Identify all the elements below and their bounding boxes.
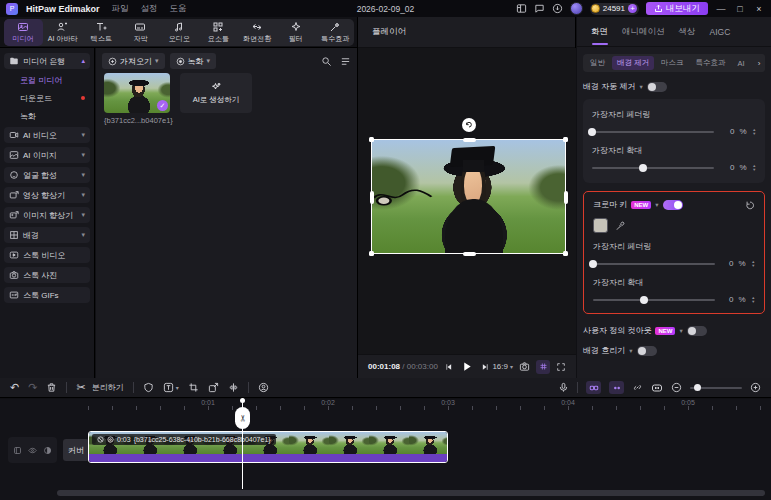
media-thumbnail[interactable]: ✓: [104, 73, 170, 113]
chroma-expand-slider[interactable]: [593, 299, 715, 301]
delete-icon[interactable]: [46, 382, 57, 393]
sidebar-stock-gifs[interactable]: 스톡 GIFs: [4, 287, 90, 303]
chroma-key-toggle[interactable]: [663, 200, 683, 210]
sidebar-video-enhancer[interactable]: 영상 향상기▾: [4, 187, 90, 203]
stepper[interactable]: ▲▼: [752, 164, 756, 172]
chevron-right-icon[interactable]: ›: [753, 54, 765, 72]
tab-audio[interactable]: 오디오: [160, 19, 199, 46]
playhead-split-handle[interactable]: ✂: [235, 407, 250, 429]
snap-toggle-icon[interactable]: [586, 381, 601, 394]
sidebar-background[interactable]: 배경▾: [4, 227, 90, 243]
list-view-icon[interactable]: [340, 56, 351, 67]
keyframe-toggle-icon[interactable]: [609, 381, 624, 394]
crop-icon[interactable]: [188, 382, 199, 393]
sidebar-image-enhancer[interactable]: 이미지 향상기▾: [4, 207, 90, 223]
subtab-general[interactable]: 일반: [585, 56, 610, 70]
timeline-clip[interactable]: 0:03 {b371cc25-638c-410b-b21b-668c8b0407…: [88, 431, 448, 463]
rotate-handle[interactable]: [462, 118, 476, 132]
edge-feather-slider[interactable]: [592, 131, 714, 133]
sidebar-record[interactable]: 녹화: [4, 109, 90, 123]
tab-aigc[interactable]: AIGC: [710, 27, 731, 37]
split-label[interactable]: 분리하기: [92, 382, 124, 393]
grid-overlay-icon[interactable]: [536, 360, 550, 374]
record-button[interactable]: 녹화 ▾: [170, 53, 217, 69]
import-button[interactable]: 가져오기 ▾: [102, 53, 165, 69]
text-tool-icon[interactable]: [163, 382, 174, 393]
tab-transitions[interactable]: 화면전환: [237, 19, 276, 46]
close-button[interactable]: ×: [753, 4, 765, 14]
playhead[interactable]: ✂: [242, 399, 243, 489]
eyedropper-icon[interactable]: [615, 221, 625, 231]
subtab-ai[interactable]: AI: [733, 57, 750, 70]
layout-icon[interactable]: [516, 3, 527, 14]
timeline-zoom-slider[interactable]: [690, 387, 742, 389]
tab-subtitles[interactable]: 자막: [121, 19, 160, 46]
track-visibility-icon[interactable]: [28, 446, 37, 455]
subtab-effects[interactable]: 특수효과: [691, 56, 731, 70]
scissors-icon[interactable]: ✂: [76, 381, 85, 394]
tab-animation[interactable]: 애니메이션: [622, 26, 665, 38]
undo-icon[interactable]: ↶: [10, 381, 19, 394]
tab-ai-avatar[interactable]: AI 아바타: [43, 19, 82, 46]
user-avatar[interactable]: [570, 2, 583, 15]
sidebar-face-swap[interactable]: 얼굴 합성▾: [4, 167, 90, 183]
stepper[interactable]: ▲▼: [751, 260, 755, 268]
stepper[interactable]: ▲▼: [751, 296, 755, 304]
auto-bg-remove-toggle[interactable]: [647, 82, 667, 92]
coin-balance[interactable]: 24591 +: [590, 3, 639, 15]
bg-blur-toggle[interactable]: [637, 346, 657, 356]
sidebar-media-bank[interactable]: 미디어 은행 ▴: [4, 53, 90, 69]
tab-color[interactable]: 색상: [679, 26, 696, 38]
zoom-out-icon[interactable]: [671, 382, 682, 393]
fullscreen-icon[interactable]: [556, 362, 566, 372]
flip-icon[interactable]: [228, 382, 239, 393]
edge-expand-slider[interactable]: [592, 167, 714, 169]
tab-screen[interactable]: 화면: [591, 26, 608, 38]
timeline-ruler[interactable]: 0:01 0:02 0:03 0:04 0:05: [88, 399, 771, 410]
next-frame-icon[interactable]: [482, 363, 490, 371]
custom-cutout-toggle[interactable]: [687, 326, 707, 336]
tab-text[interactable]: 텍스트: [82, 19, 121, 46]
timeline[interactable]: 0:01 0:02 0:03 0:04 0:05 커버 0:03 {b371cc: [0, 399, 771, 500]
subtab-mask[interactable]: 마스크: [656, 56, 689, 70]
add-coins-icon[interactable]: +: [628, 4, 637, 13]
stepper[interactable]: ▲▼: [752, 128, 756, 136]
sidebar-ai-video[interactable]: AI 비디오▾: [4, 127, 90, 143]
horizontal-scrollbar[interactable]: [57, 490, 765, 496]
tab-effects[interactable]: 특수효과: [315, 19, 354, 46]
sidebar-stock-photo[interactable]: 스톡 사진: [4, 267, 90, 283]
feedback-icon[interactable]: [534, 3, 545, 14]
snapshot-icon[interactable]: [519, 361, 530, 372]
player-stage[interactable]: [358, 48, 576, 354]
sidebar-ai-image[interactable]: AI 이미지▾: [4, 147, 90, 163]
prev-frame-icon[interactable]: [445, 363, 453, 371]
sidebar-download[interactable]: 다운로드: [4, 91, 90, 105]
chroma-color-swatch[interactable]: [593, 218, 608, 233]
export-button[interactable]: 내보내기: [646, 2, 708, 15]
track-opacity-icon[interactable]: [43, 446, 52, 455]
tab-media[interactable]: 미디어: [4, 19, 43, 46]
minimize-button[interactable]: —: [715, 4, 727, 14]
reset-icon[interactable]: [745, 200, 755, 210]
search-icon[interactable]: [321, 56, 332, 67]
mic-icon[interactable]: [558, 382, 569, 393]
track-film-icon[interactable]: [13, 446, 22, 455]
tab-elements[interactable]: 요소들: [198, 19, 237, 46]
tab-filters[interactable]: 필터: [276, 19, 315, 46]
aspect-ratio-select[interactable]: 16:9▾: [492, 362, 513, 371]
menu-help[interactable]: 도움: [170, 3, 187, 15]
fit-view-icon[interactable]: [651, 382, 663, 394]
mask-icon[interactable]: [143, 382, 154, 393]
sidebar-stock-video[interactable]: 스톡 비디오: [4, 247, 90, 263]
ai-generate-card[interactable]: AI로 생성하기: [180, 73, 252, 113]
export-frame-icon[interactable]: [208, 382, 219, 393]
menu-file[interactable]: 파일: [112, 3, 129, 15]
cover-button[interactable]: 커버: [63, 439, 89, 461]
portrait-tool-icon[interactable]: [258, 382, 269, 393]
menu-settings[interactable]: 설정: [141, 3, 158, 15]
subtab-bg-removal[interactable]: 배경 제거: [612, 56, 654, 70]
sidebar-local-media[interactable]: 로컬 미디어: [4, 73, 90, 87]
download-icon[interactable]: [552, 3, 563, 14]
maximize-button[interactable]: □: [734, 4, 746, 14]
play-icon[interactable]: [462, 361, 473, 372]
